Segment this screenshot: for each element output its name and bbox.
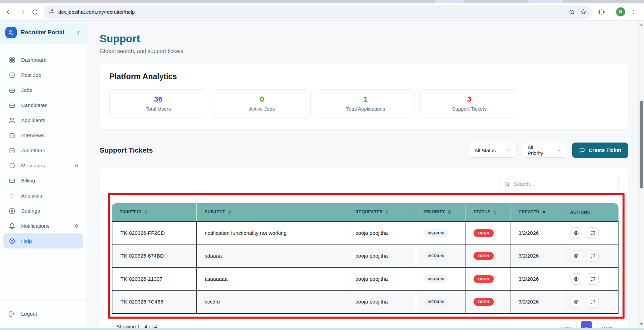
create-ticket-label: Create Ticket [589,147,621,153]
briefcase-icon [9,87,15,94]
comment-ticket-button[interactable] [587,227,599,239]
created-cell: 3/2/2026 [510,291,562,314]
page-scrollbar[interactable] [638,21,644,330]
tickets-table: TICKET ID SUBJECT REQUESTER PRIORITY STA… [112,203,618,314]
sidebar: Recruiter Portal Dashboard Post Job Jobs [0,21,87,330]
bookmark-star-icon[interactable] [578,6,589,18]
extensions-puzzle-icon[interactable] [596,6,608,18]
platform-analytics-card: Platform Analytics 36 Total Users 0 Acti… [100,63,628,130]
sidebar-item-messages[interactable]: Messages 0 [3,158,83,173]
sidebar-item-label: Messages [21,163,45,169]
requester-cell: pooja poojitha [347,221,416,244]
sidebar-item-billing[interactable]: Billing [3,173,83,188]
search-input[interactable] [514,181,614,187]
column-header-ticket-id[interactable]: TICKET ID [112,203,197,221]
credit-card-icon [9,177,15,184]
sidebar-item-post-job[interactable]: Post Job [3,67,83,82]
status-filter-select[interactable]: All Status [469,143,517,158]
view-ticket-button[interactable] [570,296,582,308]
reload-icon[interactable] [29,6,41,18]
sidebar-item-label: Settings [21,208,40,214]
sort-both-icon [228,210,232,215]
comment-ticket-button[interactable] [587,273,599,285]
column-header-requester[interactable]: REQUESTER [347,203,416,221]
eye-icon [574,230,579,236]
logout-icon [9,311,15,317]
sidebar-item-label: Candidates [21,102,47,108]
life-buoy-icon [9,238,15,244]
priority-filter-select[interactable]: All Priority [522,143,567,158]
scrollbar-thumb[interactable] [640,101,643,188]
logout-label: Logout [21,311,37,317]
sort-desc-icon [542,211,546,215]
sidebar-item-dashboard[interactable]: Dashboard [3,52,83,67]
column-header-actions: ACTIONS [562,203,618,221]
table-row: TK-020326-21397 asaaaaaa pooja poojitha … [112,268,618,291]
address-bar[interactable]: dev.jobsihat.com.my/recruiter/help [44,5,592,19]
stat-card-support-tickets: 3 Support Tickets [420,89,518,117]
sidebar-item-job-offers[interactable]: Job Offers [3,143,83,158]
chat-bubble-icon [9,162,15,169]
view-ticket-button[interactable] [570,250,582,262]
eye-icon [574,299,579,305]
sidebar-item-label: Job Offers [21,148,45,154]
stat-card-active-jobs: 0 Active Jobs [213,89,311,117]
subject-cell: cccdfd [197,291,347,314]
sidebar-item-help[interactable]: Help [3,233,83,249]
dashboard-grid-icon [9,57,15,63]
site-info-icon[interactable] [48,8,54,16]
chat-bubble-icon [590,277,595,282]
sidebar-item-jobs[interactable]: Jobs [3,82,83,98]
comment-ticket-button[interactable] [587,296,599,308]
scrollbar-up-icon[interactable] [639,22,644,27]
zoom-out-icon[interactable] [566,6,578,18]
sidebar-collapse-icon[interactable] [76,30,81,35]
recruiter-portal-logo-icon [5,27,17,38]
create-ticket-button[interactable]: Create Ticket [572,143,628,158]
column-header-subject[interactable]: SUBJECT [197,203,347,221]
tab-shape [435,0,464,3]
gear-icon [9,208,15,214]
browser-tab-strip [0,0,644,3]
chat-bubble-icon [590,231,595,236]
stat-card-total-applications: 1 Total Applications [317,89,414,117]
logout-button[interactable]: Logout [3,306,83,321]
requester-cell: pooja poojitha [347,244,416,268]
column-header-status[interactable]: STATUS [465,203,510,221]
forward-icon[interactable] [16,6,28,18]
sidebar-item-label: Dashboard [21,57,47,63]
priority-badge: MEDIUM [424,275,448,283]
tab-shape [528,0,563,3]
profile-avatar[interactable]: N [616,7,625,16]
column-header-priority[interactable]: PRIORITY [416,203,465,221]
chat-bubble-icon [590,254,595,259]
toolbar-separator [612,9,612,15]
back-icon[interactable] [3,6,15,18]
sort-both-icon [144,210,148,215]
browser-menu-icon[interactable] [627,6,639,18]
page-title: Support [100,33,628,45]
sidebar-item-label: Notifications [21,223,49,229]
view-ticket-button[interactable] [570,273,582,285]
view-ticket-button[interactable] [570,227,582,239]
sidebar-item-candidates[interactable]: Candidates [3,98,83,113]
sidebar-item-settings[interactable]: Settings [3,203,83,218]
chat-bubble-icon [579,148,585,153]
sidebar-item-label: Applicants [21,117,45,123]
scrollbar-down-icon[interactable] [639,322,644,327]
sidebar-item-interviews[interactable]: Interviews [3,128,83,143]
ticket-id-cell: TK-020326-7C466 [112,291,197,314]
priority-badge: MEDIUM [424,252,448,260]
subject-cell: asaaaaaa [197,268,347,291]
bottom-teal-strip [0,328,644,330]
column-header-created[interactable]: CREATED [510,203,562,221]
sidebar-item-applicants[interactable]: Applicants [3,113,83,128]
priority-filter-value: All Priority [528,145,548,156]
chat-bubble-icon [590,299,595,305]
sidebar-item-notifications[interactable]: Notifications 0 [3,218,83,233]
sidebar-nav: Dashboard Post Job Jobs Candidates Appli… [0,44,87,249]
subject-cell: sdaaaa [197,244,347,268]
sidebar-item-analytics[interactable]: Analytics [3,188,83,203]
browser-toolbar: dev.jobsihat.com.my/recruiter/help N [0,3,644,21]
comment-ticket-button[interactable] [587,250,599,262]
